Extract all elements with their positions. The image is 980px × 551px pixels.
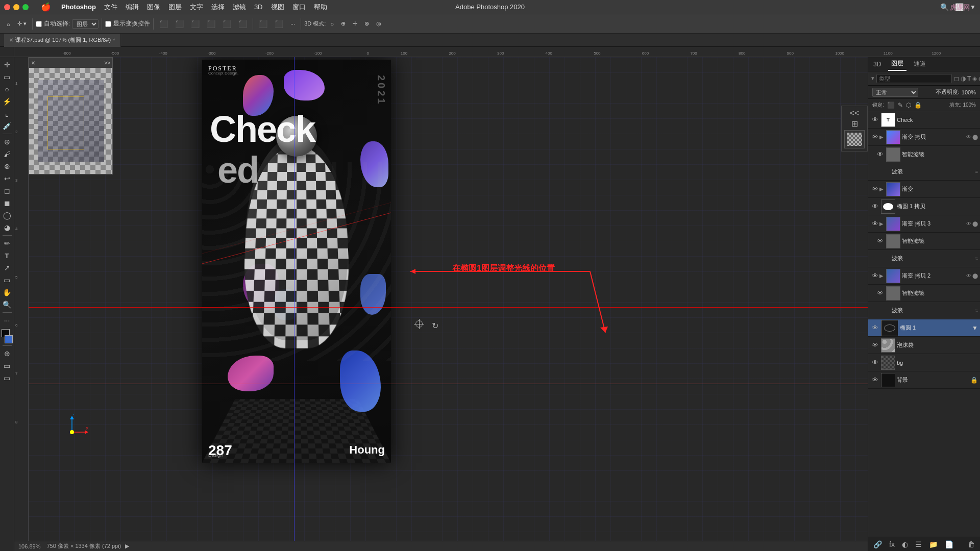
layer-item-gradient-copy3[interactable]: 👁 ▶ 渐变 拷贝 3 👁 ⬤ — [868, 215, 980, 233]
layer-visibility-icon[interactable]: 👁 — [966, 134, 971, 140]
transform-checkbox[interactable] — [105, 21, 111, 27]
color-swatch[interactable] — [2, 329, 13, 343]
menu-view[interactable]: 视图 — [271, 3, 284, 12]
maximize-button[interactable] — [22, 4, 29, 10]
layer-vis-wave3[interactable] — [883, 306, 892, 315]
tab-channels[interactable]: 通道 — [911, 58, 929, 70]
adjustment-layer-button[interactable]: ☰ — [913, 539, 924, 549]
more-tools[interactable]: ··· — [2, 315, 13, 326]
search-dropdown-icon[interactable]: ▾ — [871, 75, 874, 82]
auto-select-checkbox[interactable] — [36, 21, 42, 27]
canvas-area[interactable]: 1 2 3 4 5 6 7 8 — [14, 57, 868, 551]
layer-item-wave-1[interactable]: 波浪 ≈ — [868, 163, 980, 181]
layer-item-smart-filter-1[interactable]: 👁 智能滤镜 — [868, 146, 980, 163]
close-button[interactable] — [4, 4, 10, 10]
align-right-edge[interactable]: ⬛ — [236, 19, 250, 29]
align-h-center[interactable]: ⬛ — [220, 19, 234, 29]
menu-select[interactable]: 选择 — [211, 3, 225, 12]
layer-visibility-gradient[interactable]: 👁 — [870, 185, 879, 194]
lock-all-icon[interactable]: 🔒 — [914, 102, 922, 109]
layer-item-gradient-copy[interactable]: 👁 ▶ 渐变 拷贝 👁 ⬤ — [868, 129, 980, 146]
layer-visibility-check[interactable]: 👁 — [870, 115, 879, 124]
menu-help[interactable]: 帮助 — [314, 3, 327, 12]
filter-shape-icon[interactable]: ◈ — [972, 75, 977, 82]
dodge-tool[interactable]: ◕ — [2, 222, 13, 233]
eraser-tool[interactable]: ◻ — [2, 185, 13, 196]
history-brush[interactable]: ↩ — [2, 173, 13, 184]
3d-panel-expand[interactable]: << — [850, 109, 860, 118]
rotation-handle[interactable] — [414, 319, 424, 329]
expand-gradient-copy2[interactable]: ▶ — [879, 273, 884, 279]
rotate-icon[interactable]: ↻ — [432, 321, 438, 331]
align-left-edge[interactable]: ⬛ — [204, 19, 218, 29]
move-tool-button[interactable]: ✛ — [2, 59, 13, 70]
minimize-button[interactable] — [13, 4, 19, 10]
screen-mode[interactable]: ⊕ — [2, 348, 13, 359]
layer-expand-arrow-ellipse1[interactable]: ▼ — [972, 324, 978, 332]
layer-item-gradient-copy2[interactable]: 👁 ▶ 渐变 拷贝 2 👁 ⬤ — [868, 267, 980, 285]
crop-tool[interactable]: ⌞ — [2, 108, 13, 119]
layer-eye-icon-2[interactable]: 👁 — [966, 273, 971, 279]
layer-search-input[interactable] — [876, 74, 952, 83]
layer-vis-sf3[interactable]: 👁 — [875, 289, 885, 298]
filter-text-icon[interactable]: T — [967, 75, 971, 82]
path-select-tool[interactable]: ↗ — [2, 262, 13, 273]
layer-item-gradient[interactable]: 👁 ▶ 渐变 — [868, 181, 980, 198]
canvas-background[interactable]: POSTER Concept Design. 2021 — [29, 57, 868, 541]
lock-pixel-icon[interactable]: ⬛ — [887, 102, 895, 109]
3d-slide[interactable]: ⊗ — [362, 19, 372, 28]
layer-item-bubble-bag[interactable]: 👁 泡沫袋 — [868, 337, 980, 354]
layer-item-sf2[interactable]: 👁 智能滤镜 — [868, 233, 980, 250]
layer-visibility-bg[interactable]: 👁 — [870, 358, 879, 367]
layer-item-wave2[interactable]: 波浪 ≈ — [868, 250, 980, 267]
delete-layer-button[interactable]: 🗑 — [966, 539, 977, 549]
search-icon[interactable]: 🔍 — [940, 3, 949, 11]
layer-style-button[interactable]: fx — [887, 539, 897, 549]
layer-visibility-ellipse1[interactable]: 👁 — [870, 323, 879, 333]
quick-select-tool[interactable]: ⚡ — [2, 96, 13, 107]
menu-layer[interactable]: 图层 — [168, 3, 182, 12]
menu-edit[interactable]: 编辑 — [126, 3, 139, 12]
3d-pan[interactable]: ✛ — [350, 19, 360, 28]
layer-item-background[interactable]: 👁 背景 🔒 — [868, 371, 980, 389]
layer-vis-wave2[interactable] — [883, 254, 892, 263]
chevron-icon[interactable]: ▼ — [970, 4, 976, 11]
filter-adj-icon[interactable]: ◑ — [961, 75, 966, 82]
stamp-tool[interactable]: ⊗ — [2, 161, 13, 172]
pen-tool[interactable]: ✏ — [2, 238, 13, 249]
blend-mode-select[interactable]: 正常 溶解 正片叠底 — [872, 88, 918, 97]
layer-visibility-wave1[interactable] — [883, 167, 892, 177]
type-tool[interactable]: T — [2, 250, 13, 261]
layer-visibility-background[interactable]: 👁 — [870, 375, 879, 385]
distribute-h[interactable]: ⬛ — [272, 19, 286, 29]
filter-pixel-icon[interactable]: ◻ — [954, 75, 959, 82]
healing-brush[interactable]: ⊕ — [2, 136, 13, 147]
thumb-expand-icon[interactable]: >> — [104, 60, 110, 66]
align-top-edge[interactable]: ⬛ — [157, 19, 170, 29]
menu-window[interactable]: 窗口 — [292, 3, 306, 12]
gradient-tool[interactable]: ◼ — [2, 197, 13, 209]
layer-visibility-gradient-copy2[interactable]: 👁 — [870, 271, 879, 281]
3d-scale[interactable]: ◎ — [374, 19, 384, 28]
fullscreen-mode[interactable]: ▭ — [2, 372, 13, 384]
close-tab-icon[interactable]: ✕ — [9, 37, 13, 43]
link-layers-button[interactable]: 🔗 — [871, 539, 884, 549]
more-options[interactable]: ··· — [288, 20, 298, 28]
move-tool[interactable]: ✛ ▾ — [15, 19, 29, 28]
menu-text[interactable]: 文字 — [190, 3, 203, 12]
background-color[interactable] — [5, 335, 13, 343]
menu-3d[interactable]: 3D — [254, 3, 263, 11]
lock-pos-icon[interactable]: ✎ — [898, 102, 903, 109]
opacity-value[interactable]: 100% — [962, 89, 976, 95]
hand-tool[interactable]: ✋ — [2, 287, 13, 298]
layer-visibility-gradient-copy[interactable]: 👁 — [870, 133, 879, 142]
layer-vis-sf2[interactable]: 👁 — [875, 237, 885, 246]
zoom-tool[interactable]: 🔍 — [2, 299, 13, 310]
shape-tool[interactable]: ▭ — [2, 274, 13, 286]
expand-gradient-copy[interactable]: ▶ — [879, 134, 884, 140]
layer-eye-icon-3[interactable]: 👁 — [966, 221, 971, 227]
align-bottom-edge[interactable]: ⬛ — [188, 19, 202, 29]
3d-rotate[interactable]: ○ — [328, 20, 336, 28]
layer-item-check[interactable]: 👁 T Check — [868, 111, 980, 129]
menu-file[interactable]: 文件 — [104, 3, 117, 12]
